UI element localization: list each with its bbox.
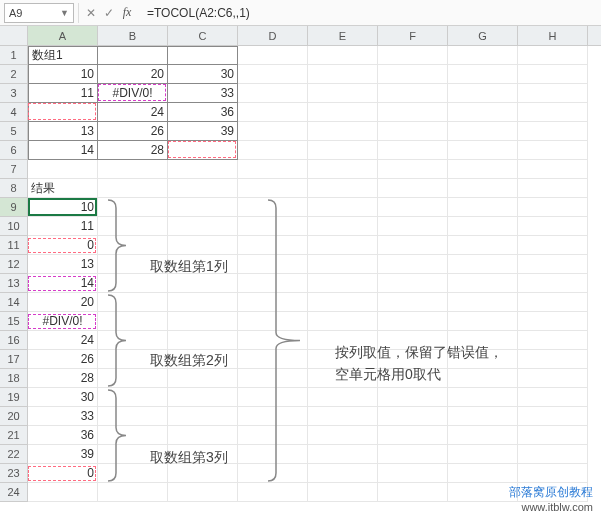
cell-B11[interactable] [98,236,168,255]
cell-E15[interactable] [308,312,378,331]
fx-icon[interactable]: fx [119,5,135,20]
col-header-C[interactable]: C [168,26,238,45]
cell-C19[interactable] [168,388,238,407]
cell-H5[interactable] [518,122,588,141]
cancel-icon[interactable]: ✕ [83,6,99,20]
cell-F24[interactable] [378,483,448,502]
cell-G2[interactable] [448,65,518,84]
cell-C6[interactable] [168,141,238,160]
cell-H20[interactable] [518,407,588,426]
cell-D19[interactable] [238,388,308,407]
cell-H22[interactable] [518,445,588,464]
row-header-8[interactable]: 8 [0,179,28,198]
row-header-19[interactable]: 19 [0,388,28,407]
cell-C8[interactable] [168,179,238,198]
cell-G22[interactable] [448,445,518,464]
cell-C14[interactable] [168,293,238,312]
row-header-16[interactable]: 16 [0,331,28,350]
col-header-G[interactable]: G [448,26,518,45]
cell-D8[interactable] [238,179,308,198]
cell-E23[interactable] [308,464,378,483]
cell-C10[interactable] [168,217,238,236]
cell-E24[interactable] [308,483,378,502]
cell-B19[interactable] [98,388,168,407]
cell-B10[interactable] [98,217,168,236]
cell-H7[interactable] [518,160,588,179]
cell-E22[interactable] [308,445,378,464]
cell-C3[interactable]: 33 [168,84,238,103]
cell-B7[interactable] [98,160,168,179]
cell-A2[interactable]: 10 [28,65,98,84]
cell-E1[interactable] [308,46,378,65]
cell-D4[interactable] [238,103,308,122]
cell-H4[interactable] [518,103,588,122]
cell-A7[interactable] [28,160,98,179]
cell-G10[interactable] [448,217,518,236]
cell-G14[interactable] [448,293,518,312]
cell-A19[interactable]: 30 [28,388,98,407]
row-header-13[interactable]: 13 [0,274,28,293]
cell-D11[interactable] [238,236,308,255]
cell-G8[interactable] [448,179,518,198]
cell-B3[interactable]: #DIV/0! [98,84,168,103]
cell-H14[interactable] [518,293,588,312]
cell-D14[interactable] [238,293,308,312]
row-header-24[interactable]: 24 [0,483,28,502]
cell-G24[interactable] [448,483,518,502]
cell-C9[interactable] [168,198,238,217]
cell-G18[interactable] [448,369,518,388]
cell-G1[interactable] [448,46,518,65]
cell-H18[interactable] [518,369,588,388]
cell-H13[interactable] [518,274,588,293]
cell-C13[interactable] [168,274,238,293]
cell-F2[interactable] [378,65,448,84]
cell-G5[interactable] [448,122,518,141]
cell-A17[interactable]: 26 [28,350,98,369]
row-header-12[interactable]: 12 [0,255,28,274]
row-header-15[interactable]: 15 [0,312,28,331]
cell-C2[interactable]: 30 [168,65,238,84]
cell-A15[interactable]: #DIV/0! [28,312,98,331]
chevron-down-icon[interactable]: ▼ [60,8,69,18]
row-header-17[interactable]: 17 [0,350,28,369]
cell-D20[interactable] [238,407,308,426]
cell-B2[interactable]: 20 [98,65,168,84]
cell-E10[interactable] [308,217,378,236]
cell-D21[interactable] [238,426,308,445]
row-header-7[interactable]: 7 [0,160,28,179]
row-header-10[interactable]: 10 [0,217,28,236]
cell-H1[interactable] [518,46,588,65]
name-box[interactable]: A9 ▼ [4,3,74,23]
cell-C5[interactable]: 39 [168,122,238,141]
cell-E5[interactable] [308,122,378,141]
cell-A3[interactable]: 11 [28,84,98,103]
cell-E13[interactable] [308,274,378,293]
cell-E12[interactable] [308,255,378,274]
cell-F3[interactable] [378,84,448,103]
cell-A23[interactable]: 0 [28,464,98,483]
cell-G7[interactable] [448,160,518,179]
cell-G21[interactable] [448,426,518,445]
cell-D10[interactable] [238,217,308,236]
cell-G13[interactable] [448,274,518,293]
cell-A6[interactable]: 14 [28,141,98,160]
cell-G9[interactable] [448,198,518,217]
cell-H15[interactable] [518,312,588,331]
cell-E4[interactable] [308,103,378,122]
cell-A22[interactable]: 39 [28,445,98,464]
col-header-H[interactable]: H [518,26,588,45]
cell-A4[interactable] [28,103,98,122]
cell-H21[interactable] [518,426,588,445]
cell-A14[interactable]: 20 [28,293,98,312]
cell-D16[interactable] [238,331,308,350]
cell-C24[interactable] [168,483,238,502]
cell-B18[interactable] [98,369,168,388]
cell-D1[interactable] [238,46,308,65]
cell-F12[interactable] [378,255,448,274]
cell-B6[interactable]: 28 [98,141,168,160]
cell-F11[interactable] [378,236,448,255]
cell-B5[interactable]: 26 [98,122,168,141]
cell-E7[interactable] [308,160,378,179]
cell-B21[interactable] [98,426,168,445]
cell-C15[interactable] [168,312,238,331]
